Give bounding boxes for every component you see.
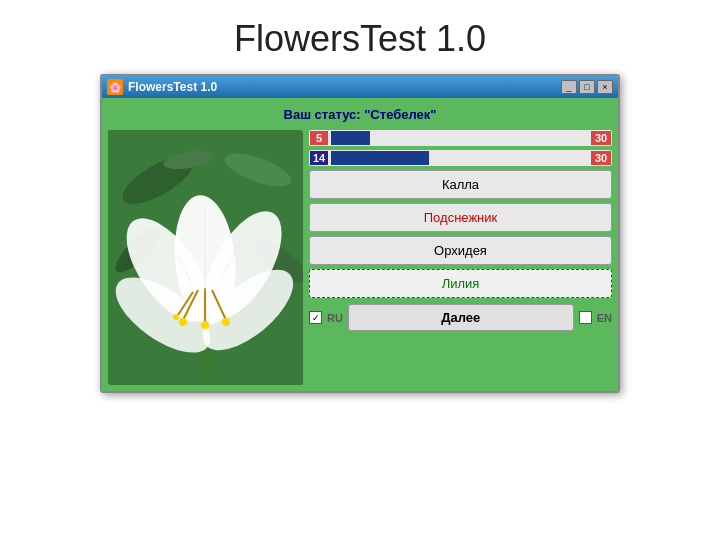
svg-point-19	[173, 314, 179, 320]
page-title: FlowersTest 1.0	[234, 18, 486, 60]
bottom-bar: RU Далее EN	[309, 304, 612, 331]
progress-row-2: 14 30	[309, 150, 612, 166]
progress-fill-2	[331, 151, 429, 165]
titlebar: 🌸 FlowersTest 1.0 _ □ ×	[102, 76, 618, 98]
svg-point-17	[222, 318, 230, 326]
app-window: 🌸 FlowersTest 1.0 _ □ × Ваш статус: "Сте…	[100, 74, 620, 393]
progress-fill-1	[331, 131, 370, 145]
content-row: 5 30 14 30 Калла Подснежник О	[108, 130, 612, 385]
progress-row-1: 5 30	[309, 130, 612, 146]
next-button[interactable]: Далее	[348, 304, 574, 331]
titlebar-buttons: _ □ ×	[561, 80, 613, 94]
window-body: Ваш статус: "Стебелек"	[102, 98, 618, 391]
status-text: Ваш статус: "Стебелек"	[284, 107, 437, 122]
titlebar-title: FlowersTest 1.0	[128, 80, 556, 94]
svg-point-13	[179, 318, 187, 326]
minimize-button[interactable]: _	[561, 80, 577, 94]
en-label: EN	[597, 312, 612, 324]
maximize-button[interactable]: □	[579, 80, 595, 94]
status-bar: Ваш статус: "Стебелек"	[108, 104, 612, 125]
close-button[interactable]: ×	[597, 80, 613, 94]
answer-button-1[interactable]: Калла	[309, 170, 612, 199]
progress-right-1: 30	[591, 131, 611, 145]
app-icon: 🌸	[107, 79, 123, 95]
progress-right-2: 30	[591, 151, 611, 165]
answer-button-2[interactable]: Подснежник	[309, 203, 612, 232]
progress-bg-2	[331, 151, 588, 165]
progress-left-1: 5	[310, 131, 328, 145]
progress-left-2: 14	[310, 151, 328, 165]
answer-button-3[interactable]: Орхидея	[309, 236, 612, 265]
progress-bg-1	[331, 131, 588, 145]
en-checkbox[interactable]	[579, 311, 592, 324]
flower-image	[108, 130, 303, 385]
ru-checkbox[interactable]	[309, 311, 322, 324]
svg-point-15	[201, 321, 209, 329]
right-panel: 5 30 14 30 Калла Подснежник О	[309, 130, 612, 385]
answer-button-4[interactable]: Лилия	[309, 269, 612, 298]
ru-label: RU	[327, 312, 343, 324]
